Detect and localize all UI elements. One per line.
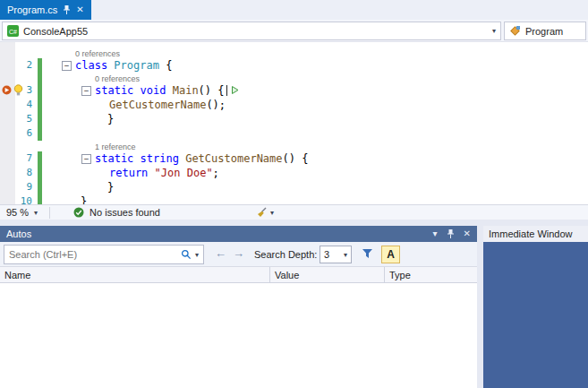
code-token: static bbox=[95, 152, 141, 165]
code-line: 5} bbox=[0, 112, 588, 126]
text-caret bbox=[226, 85, 227, 96]
tab-program-cs[interactable]: Program.cs ✕ bbox=[0, 0, 91, 20]
immediate-window-title-bar[interactable]: Immediate Window bbox=[483, 226, 588, 242]
code-text[interactable]: −static void Main() { bbox=[42, 83, 588, 98]
immediate-window-title: Immediate Window bbox=[489, 228, 573, 239]
code-line: 7−static string GetCustomerName() { bbox=[0, 151, 588, 166]
project-dropdown[interactable]: C# ConsoleApp55 ▾ bbox=[2, 22, 501, 40]
search-depth-value: 3 bbox=[324, 249, 329, 260]
fold-collapse-box[interactable]: − bbox=[62, 61, 72, 71]
code-line: 3−static void Main() { bbox=[0, 83, 588, 98]
pin-icon[interactable] bbox=[63, 4, 71, 15]
code-token: ; bbox=[213, 167, 219, 179]
pin-icon[interactable] bbox=[447, 228, 455, 239]
code-text[interactable]: 0 references bbox=[42, 47, 588, 58]
line-number: 2 bbox=[16, 58, 38, 73]
search-depth-label: Search Depth: bbox=[254, 249, 317, 260]
code-token: () { bbox=[283, 152, 309, 165]
glyph-margin[interactable] bbox=[0, 98, 16, 112]
code-token: return bbox=[109, 167, 155, 179]
codelens-label[interactable]: 1 reference bbox=[95, 142, 136, 151]
code-text[interactable]: −class Program { bbox=[42, 58, 588, 73]
code-line: 2−class Program { bbox=[0, 58, 588, 73]
horizontal-splitter[interactable] bbox=[0, 220, 588, 226]
glyph-margin[interactable] bbox=[0, 141, 16, 151]
code-line: 9} bbox=[0, 180, 588, 194]
code-token: string bbox=[141, 152, 186, 165]
code-text[interactable] bbox=[42, 126, 588, 141]
code-token: } bbox=[107, 181, 114, 194]
search-input[interactable]: Search (Ctrl+E) ▾ bbox=[4, 245, 204, 264]
autos-title: Autos bbox=[6, 228, 31, 239]
fold-collapse-box[interactable]: − bbox=[81, 154, 91, 164]
code-text[interactable]: 0 references bbox=[42, 73, 588, 83]
code-text[interactable]: 1 reference bbox=[42, 141, 588, 151]
code-editor[interactable]: 0 references2−class Program {0 reference… bbox=[0, 42, 588, 204]
glyph-margin[interactable] bbox=[0, 194, 16, 204]
glyph-margin[interactable] bbox=[0, 151, 16, 166]
code-line: 6 bbox=[0, 126, 588, 141]
code-token: Program bbox=[114, 59, 159, 72]
column-header-type[interactable]: Type bbox=[385, 267, 477, 282]
divider bbox=[49, 207, 50, 219]
glyph-margin[interactable] bbox=[0, 112, 16, 126]
close-icon[interactable]: ✕ bbox=[464, 229, 471, 238]
immediate-window-body[interactable] bbox=[483, 242, 588, 388]
autos-grid-body[interactable] bbox=[0, 283, 477, 388]
editor-navigation-bar: C# ConsoleApp55 ▾ Program bbox=[0, 20, 588, 42]
line-number: 5 bbox=[16, 112, 38, 126]
tab-title: Program.cs bbox=[7, 4, 57, 15]
code-token: Main bbox=[173, 84, 199, 97]
close-icon[interactable]: ✕ bbox=[76, 5, 83, 14]
codelens-row: 1 reference bbox=[0, 141, 588, 151]
code-text[interactable]: } bbox=[42, 194, 588, 204]
scope-dropdown[interactable]: Program bbox=[504, 22, 586, 40]
code-text[interactable]: } bbox=[42, 180, 588, 194]
code-text[interactable]: } bbox=[42, 112, 588, 126]
autos-title-bar[interactable]: Autos ▾ ✕ bbox=[0, 226, 477, 242]
glyph-margin[interactable] bbox=[0, 47, 16, 58]
project-name: ConsoleApp55 bbox=[23, 26, 488, 37]
immediate-window: Immediate Window bbox=[483, 226, 588, 388]
highlight-toggle-button[interactable]: A bbox=[381, 246, 400, 263]
zoom-control[interactable]: 95 % ▾ bbox=[0, 205, 44, 220]
codelens-row: 0 references bbox=[0, 47, 588, 58]
glyph-margin[interactable] bbox=[0, 180, 16, 194]
line-number bbox=[16, 47, 38, 58]
line-number: 10 bbox=[16, 194, 38, 204]
glyph-margin[interactable] bbox=[0, 58, 16, 73]
search-icon[interactable] bbox=[181, 249, 192, 260]
codelens-label[interactable]: 0 references bbox=[95, 74, 140, 83]
vertical-splitter[interactable] bbox=[477, 226, 483, 388]
code-text[interactable]: return "Jon Doe"; bbox=[42, 166, 588, 180]
code-cleanup-button[interactable]: ▾ bbox=[256, 207, 274, 218]
broom-icon bbox=[256, 207, 268, 218]
line-number bbox=[16, 73, 38, 83]
codelens-label[interactable]: 0 references bbox=[75, 49, 120, 58]
chevron-down-icon[interactable]: ▾ bbox=[195, 251, 199, 259]
column-header-value[interactable]: Value bbox=[270, 267, 385, 282]
search-depth-select[interactable]: 3 ▾ bbox=[320, 246, 352, 263]
glyph-margin[interactable] bbox=[0, 73, 16, 83]
previous-result-button[interactable]: ← bbox=[215, 246, 226, 260]
code-line: 4GetCustomerName(); bbox=[0, 98, 588, 112]
glyph-margin[interactable] bbox=[0, 166, 16, 180]
document-health-indicator[interactable]: No issues found bbox=[73, 207, 160, 218]
lightbulb-icon[interactable] bbox=[13, 84, 23, 96]
code-token: GetCustomerName bbox=[109, 99, 206, 111]
filter-icon[interactable] bbox=[362, 248, 373, 259]
next-result-button[interactable]: → bbox=[233, 246, 244, 260]
fold-collapse-box[interactable]: − bbox=[81, 86, 91, 96]
line-number: 6 bbox=[16, 126, 38, 141]
check-circle-icon bbox=[73, 207, 84, 218]
chevron-down-icon: ▾ bbox=[270, 209, 274, 217]
document-tab-bar: Program.cs ✕ bbox=[0, 0, 588, 20]
code-text[interactable]: GetCustomerName(); bbox=[42, 98, 588, 112]
code-text[interactable]: −static string GetCustomerName() { bbox=[42, 151, 588, 166]
run-indicator-icon[interactable] bbox=[231, 85, 239, 95]
current-line-icon[interactable] bbox=[2, 85, 12, 95]
glyph-margin[interactable] bbox=[0, 126, 16, 141]
column-header-name[interactable]: Name bbox=[0, 267, 270, 282]
code-line: 8return "Jon Doe"; bbox=[0, 166, 588, 180]
window-position-icon[interactable]: ▾ bbox=[433, 229, 438, 238]
